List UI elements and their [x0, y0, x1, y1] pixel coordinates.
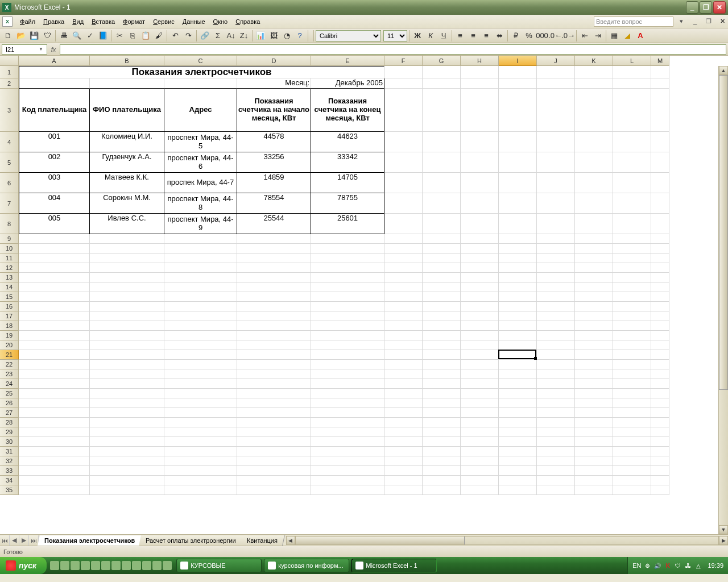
cell-E34[interactable]: [311, 476, 384, 485]
worksheet-area[interactable]: ABCDEFGHIJKLM 1Показания электросчетчико…: [0, 56, 728, 534]
cell-M6[interactable]: [651, 173, 669, 193]
undo-button[interactable]: ↶: [169, 30, 181, 42]
cell-F34[interactable]: [384, 476, 423, 485]
menu-справка[interactable]: Справка: [231, 16, 264, 27]
cell-M19[interactable]: [651, 331, 669, 340]
cell-K8[interactable]: [575, 214, 613, 234]
chart-button[interactable]: 📊: [254, 30, 267, 42]
cell-L23[interactable]: [613, 369, 651, 379]
cell-L19[interactable]: [613, 331, 651, 340]
cell-M9[interactable]: [651, 234, 669, 244]
close-button[interactable]: ✕: [713, 1, 726, 14]
cell-L25[interactable]: [613, 389, 651, 398]
cell-G12[interactable]: [423, 263, 461, 273]
cell-L9[interactable]: [613, 234, 651, 244]
col-header-H[interactable]: H: [461, 56, 499, 66]
cell-F4[interactable]: [384, 132, 423, 152]
cell-K35[interactable]: [575, 485, 613, 495]
cell-G22[interactable]: [423, 360, 461, 369]
cell-H9[interactable]: [461, 234, 499, 244]
cell-H24[interactable]: [461, 379, 499, 389]
cell-F15[interactable]: [384, 292, 423, 302]
cell-L29[interactable]: [613, 427, 651, 437]
cell-I32[interactable]: [499, 456, 537, 466]
cell-M33[interactable]: [651, 466, 669, 476]
cell-D34[interactable]: [237, 476, 311, 485]
row-header-28[interactable]: 28: [0, 418, 19, 427]
cell-B26[interactable]: [90, 398, 164, 408]
cell-I6[interactable]: [499, 173, 537, 193]
cell-K14[interactable]: [575, 282, 613, 292]
cell-M15[interactable]: [651, 292, 669, 302]
cell-C24[interactable]: [164, 379, 237, 389]
tab-prev-button[interactable]: ◀: [10, 535, 19, 546]
cell-M32[interactable]: [651, 456, 669, 466]
ql-icon[interactable]: [60, 561, 69, 570]
cell-C32[interactable]: [164, 456, 237, 466]
hscroll-right-button[interactable]: ▶: [719, 536, 728, 545]
col-header-L[interactable]: L: [613, 56, 651, 66]
cell-H10[interactable]: [461, 244, 499, 253]
cell-I16[interactable]: [499, 302, 537, 311]
cell-E15[interactable]: [311, 292, 384, 302]
cell-B3[interactable]: ФИО плательщика: [90, 89, 164, 132]
cell-D29[interactable]: [237, 427, 311, 437]
row-header-3[interactable]: 3: [0, 89, 19, 132]
cell-E27[interactable]: [311, 408, 384, 418]
cell-L12[interactable]: [613, 263, 651, 273]
sheet-tab-2[interactable]: Квитанция: [240, 535, 285, 546]
cell-M29[interactable]: [651, 427, 669, 437]
cell-C13[interactable]: [164, 273, 237, 282]
cell-F1[interactable]: [384, 66, 423, 78]
spelling-button[interactable]: ✓: [84, 30, 96, 42]
align-right-button[interactable]: ≡: [480, 30, 493, 42]
cell-H34[interactable]: [461, 476, 499, 485]
menu-сервис[interactable]: Сервис: [149, 16, 179, 27]
cell-C6[interactable]: проспек Мира, 44-7: [164, 173, 237, 193]
row-header-14[interactable]: 14: [0, 282, 19, 292]
cell-C19[interactable]: [164, 331, 237, 340]
cell-C21[interactable]: [164, 350, 237, 360]
cell-D35[interactable]: [237, 485, 311, 495]
cell-A27[interactable]: [19, 408, 90, 418]
cell-B8[interactable]: Ивлев С.С.: [90, 214, 164, 234]
col-header-J[interactable]: J: [537, 56, 575, 66]
cell-B31[interactable]: [90, 447, 164, 456]
cell-E21[interactable]: [311, 350, 384, 360]
tray-icon[interactable]: 🖧: [684, 562, 692, 569]
cell-M17[interactable]: [651, 311, 669, 321]
cell-E5[interactable]: 33342: [311, 152, 384, 173]
cell-H4[interactable]: [461, 132, 499, 152]
cell-D14[interactable]: [237, 282, 311, 292]
cell-L17[interactable]: [613, 311, 651, 321]
cell-M31[interactable]: [651, 447, 669, 456]
menu-файл[interactable]: Файл: [16, 16, 39, 27]
cell-K13[interactable]: [575, 273, 613, 282]
cell-H8[interactable]: [461, 214, 499, 234]
row-header-8[interactable]: 8: [0, 214, 19, 234]
restore-button[interactable]: ❐: [700, 1, 712, 14]
doc-restore-button[interactable]: ❐: [703, 16, 714, 27]
cell-H3[interactable]: [461, 89, 499, 132]
cell-H5[interactable]: [461, 152, 499, 173]
name-box[interactable]: I21▼: [2, 44, 47, 55]
cell-L21[interactable]: [613, 350, 651, 360]
cell-G21[interactable]: [423, 350, 461, 360]
cell-K12[interactable]: [575, 263, 613, 273]
cell-K21[interactable]: [575, 350, 613, 360]
col-header-B[interactable]: B: [90, 56, 164, 66]
cell-J20[interactable]: [537, 340, 575, 350]
cut-button[interactable]: ✂: [113, 30, 126, 42]
cell-I3[interactable]: [499, 89, 537, 132]
cell-M21[interactable]: [651, 350, 669, 360]
cell-D21[interactable]: [237, 350, 311, 360]
cell-E31[interactable]: [311, 447, 384, 456]
percent-button[interactable]: %: [523, 30, 535, 42]
cell-K9[interactable]: [575, 234, 613, 244]
cell-A24[interactable]: [19, 379, 90, 389]
cell-K16[interactable]: [575, 302, 613, 311]
cell-K25[interactable]: [575, 389, 613, 398]
cell-E14[interactable]: [311, 282, 384, 292]
open-button[interactable]: 📂: [15, 30, 27, 42]
formula-input[interactable]: [60, 44, 726, 55]
